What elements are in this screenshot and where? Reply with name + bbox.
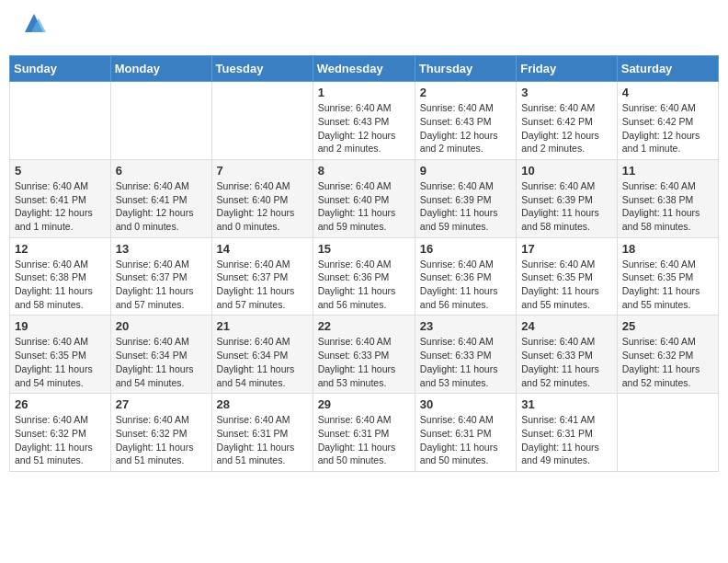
day-number: 20 <box>116 319 207 333</box>
day-number: 9 <box>420 164 511 178</box>
day-number: 24 <box>521 319 612 333</box>
day-number: 11 <box>622 164 713 178</box>
day-number: 19 <box>15 319 106 333</box>
calendar-cell: 17Sunrise: 6:40 AM Sunset: 6:35 PM Dayli… <box>517 237 618 316</box>
cell-content: Sunrise: 6:40 AM Sunset: 6:32 PM Dayligh… <box>622 335 713 389</box>
calendar-cell <box>211 82 313 160</box>
cell-content: Sunrise: 6:40 AM Sunset: 6:41 PM Dayligh… <box>116 179 207 234</box>
weekday-header-cell: Wednesday <box>313 56 415 82</box>
cell-content: Sunrise: 6:40 AM Sunset: 6:42 PM Dayligh… <box>622 101 713 155</box>
calendar-cell: 24Sunrise: 6:40 AM Sunset: 6:33 PM Dayli… <box>517 316 618 394</box>
calendar-cell: 18Sunrise: 6:40 AM Sunset: 6:35 PM Dayli… <box>617 237 718 316</box>
logo <box>18 14 48 41</box>
calendar-cell: 8Sunrise: 6:40 AM Sunset: 6:40 PM Daylig… <box>313 159 415 237</box>
calendar-week-row: 1Sunrise: 6:40 AM Sunset: 6:43 PM Daylig… <box>10 82 719 160</box>
cell-content: Sunrise: 6:40 AM Sunset: 6:39 PM Dayligh… <box>521 179 612 234</box>
calendar-cell: 30Sunrise: 6:40 AM Sunset: 6:31 PM Dayli… <box>415 394 516 472</box>
calendar-cell: 7Sunrise: 6:40 AM Sunset: 6:40 PM Daylig… <box>211 159 313 237</box>
cell-content: Sunrise: 6:40 AM Sunset: 6:40 PM Dayligh… <box>217 179 308 234</box>
weekday-header-cell: Tuesday <box>211 56 313 82</box>
cell-content: Sunrise: 6:40 AM Sunset: 6:41 PM Dayligh… <box>15 179 106 234</box>
cell-content: Sunrise: 6:40 AM Sunset: 6:38 PM Dayligh… <box>622 179 713 234</box>
day-number: 18 <box>622 242 713 256</box>
calendar-cell: 5Sunrise: 6:40 AM Sunset: 6:41 PM Daylig… <box>10 159 111 237</box>
cell-content: Sunrise: 6:40 AM Sunset: 6:35 PM Dayligh… <box>622 258 713 312</box>
day-number: 22 <box>318 319 410 333</box>
weekday-header-cell: Thursday <box>415 56 516 82</box>
cell-content: Sunrise: 6:40 AM Sunset: 6:32 PM Dayligh… <box>116 413 207 467</box>
day-number: 3 <box>521 86 612 99</box>
day-number: 29 <box>318 397 410 411</box>
calendar-cell: 2Sunrise: 6:40 AM Sunset: 6:43 PM Daylig… <box>415 82 516 160</box>
calendar-cell <box>617 394 718 472</box>
calendar-cell: 6Sunrise: 6:40 AM Sunset: 6:41 PM Daylig… <box>110 159 211 237</box>
day-number: 16 <box>420 242 511 256</box>
weekday-header-cell: Friday <box>517 56 618 82</box>
calendar-cell: 25Sunrise: 6:40 AM Sunset: 6:32 PM Dayli… <box>617 316 718 394</box>
calendar-cell: 23Sunrise: 6:40 AM Sunset: 6:33 PM Dayli… <box>415 316 516 394</box>
weekday-header-cell: Monday <box>110 56 211 82</box>
calendar-cell: 12Sunrise: 6:40 AM Sunset: 6:38 PM Dayli… <box>10 237 111 316</box>
cell-content: Sunrise: 6:40 AM Sunset: 6:33 PM Dayligh… <box>521 335 612 389</box>
cell-content: Sunrise: 6:40 AM Sunset: 6:37 PM Dayligh… <box>116 258 207 312</box>
calendar-cell: 9Sunrise: 6:40 AM Sunset: 6:39 PM Daylig… <box>415 159 516 237</box>
calendar-cell: 14Sunrise: 6:40 AM Sunset: 6:37 PM Dayli… <box>211 237 313 316</box>
calendar-cell <box>110 82 211 160</box>
day-number: 10 <box>521 164 612 178</box>
day-number: 1 <box>318 86 410 99</box>
logo-icon <box>20 9 48 37</box>
calendar-cell: 4Sunrise: 6:40 AM Sunset: 6:42 PM Daylig… <box>617 82 718 160</box>
calendar-cell: 15Sunrise: 6:40 AM Sunset: 6:36 PM Dayli… <box>313 237 415 316</box>
calendar-cell: 3Sunrise: 6:40 AM Sunset: 6:42 PM Daylig… <box>517 82 618 160</box>
calendar-week-row: 26Sunrise: 6:40 AM Sunset: 6:32 PM Dayli… <box>10 394 719 472</box>
day-number: 13 <box>116 242 207 256</box>
calendar-cell <box>10 82 111 160</box>
cell-content: Sunrise: 6:40 AM Sunset: 6:35 PM Dayligh… <box>521 258 612 312</box>
cell-content: Sunrise: 6:40 AM Sunset: 6:31 PM Dayligh… <box>318 413 410 467</box>
day-number: 25 <box>622 319 713 333</box>
cell-content: Sunrise: 6:40 AM Sunset: 6:34 PM Dayligh… <box>116 335 207 389</box>
day-number: 21 <box>217 319 308 333</box>
cell-content: Sunrise: 6:40 AM Sunset: 6:40 PM Dayligh… <box>318 179 410 234</box>
day-number: 17 <box>521 242 612 256</box>
calendar-cell: 11Sunrise: 6:40 AM Sunset: 6:38 PM Dayli… <box>617 159 718 237</box>
day-number: 6 <box>116 164 207 178</box>
day-number: 5 <box>15 164 106 178</box>
weekday-header-cell: Saturday <box>617 56 718 82</box>
calendar-cell: 21Sunrise: 6:40 AM Sunset: 6:34 PM Dayli… <box>211 316 313 394</box>
calendar-cell: 29Sunrise: 6:40 AM Sunset: 6:31 PM Dayli… <box>313 394 415 472</box>
day-number: 15 <box>318 242 410 256</box>
cell-content: Sunrise: 6:40 AM Sunset: 6:35 PM Dayligh… <box>15 335 106 389</box>
cell-content: Sunrise: 6:41 AM Sunset: 6:31 PM Dayligh… <box>521 413 612 467</box>
cell-content: Sunrise: 6:40 AM Sunset: 6:34 PM Dayligh… <box>217 335 308 389</box>
page-header <box>9 9 719 46</box>
cell-content: Sunrise: 6:40 AM Sunset: 6:38 PM Dayligh… <box>15 258 106 312</box>
day-number: 30 <box>420 397 511 411</box>
calendar-cell: 19Sunrise: 6:40 AM Sunset: 6:35 PM Dayli… <box>10 316 111 394</box>
day-number: 28 <box>217 397 308 411</box>
day-number: 8 <box>318 164 410 178</box>
weekday-header-row: SundayMondayTuesdayWednesdayThursdayFrid… <box>10 56 719 82</box>
calendar-body: 1Sunrise: 6:40 AM Sunset: 6:43 PM Daylig… <box>10 82 719 472</box>
calendar-cell: 20Sunrise: 6:40 AM Sunset: 6:34 PM Dayli… <box>110 316 211 394</box>
day-number: 14 <box>217 242 308 256</box>
calendar-cell: 26Sunrise: 6:40 AM Sunset: 6:32 PM Dayli… <box>10 394 111 472</box>
calendar-cell: 1Sunrise: 6:40 AM Sunset: 6:43 PM Daylig… <box>313 82 415 160</box>
day-number: 31 <box>521 397 612 411</box>
day-number: 26 <box>15 397 106 411</box>
calendar-cell: 16Sunrise: 6:40 AM Sunset: 6:36 PM Dayli… <box>415 237 516 316</box>
cell-content: Sunrise: 6:40 AM Sunset: 6:36 PM Dayligh… <box>420 258 511 312</box>
calendar-cell: 22Sunrise: 6:40 AM Sunset: 6:33 PM Dayli… <box>313 316 415 394</box>
cell-content: Sunrise: 6:40 AM Sunset: 6:42 PM Dayligh… <box>521 101 612 155</box>
cell-content: Sunrise: 6:40 AM Sunset: 6:31 PM Dayligh… <box>217 413 308 467</box>
calendar-week-row: 5Sunrise: 6:40 AM Sunset: 6:41 PM Daylig… <box>10 159 719 237</box>
calendar-week-row: 12Sunrise: 6:40 AM Sunset: 6:38 PM Dayli… <box>10 237 719 316</box>
cell-content: Sunrise: 6:40 AM Sunset: 6:36 PM Dayligh… <box>318 258 410 312</box>
cell-content: Sunrise: 6:40 AM Sunset: 6:33 PM Dayligh… <box>318 335 410 389</box>
cell-content: Sunrise: 6:40 AM Sunset: 6:32 PM Dayligh… <box>15 413 106 467</box>
calendar-week-row: 19Sunrise: 6:40 AM Sunset: 6:35 PM Dayli… <box>10 316 719 394</box>
day-number: 4 <box>622 86 713 99</box>
cell-content: Sunrise: 6:40 AM Sunset: 6:39 PM Dayligh… <box>420 179 511 234</box>
calendar-cell: 13Sunrise: 6:40 AM Sunset: 6:37 PM Dayli… <box>110 237 211 316</box>
day-number: 2 <box>420 86 511 99</box>
